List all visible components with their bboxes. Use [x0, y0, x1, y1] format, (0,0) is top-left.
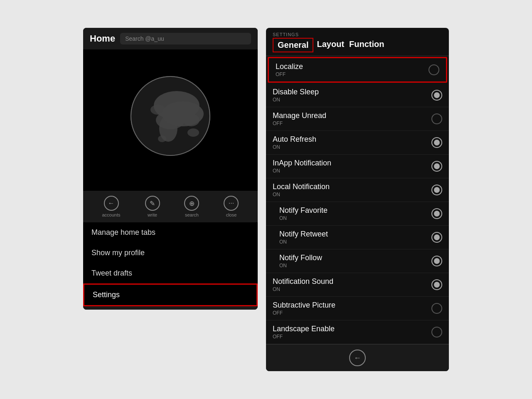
- settings-row-notification-sound[interactable]: Notification SoundON: [266, 273, 449, 297]
- radio-6[interactable]: [431, 208, 442, 219]
- nav-close[interactable]: ··· close: [224, 196, 239, 217]
- radio-10[interactable]: [431, 303, 442, 314]
- settings-row-notify-follow[interactable]: Notify FollowON: [266, 249, 449, 273]
- accounts-icon: ←: [104, 196, 119, 211]
- left-header: Home Search @a_uu: [83, 28, 258, 49]
- settings-row-landscape-enable[interactable]: Landscape EnableOFF: [266, 320, 449, 344]
- nav-search[interactable]: ⊕ search: [184, 196, 199, 217]
- setting-name-10: Subtractive Picture: [273, 301, 335, 310]
- home-title: Home: [90, 33, 115, 44]
- setting-status-11: OFF: [273, 334, 335, 340]
- menu-show-my-profile[interactable]: Show my profile: [83, 243, 258, 263]
- settings-row-disable-sleep[interactable]: Disable SleepON: [266, 84, 449, 107]
- setting-name-0: Localize: [276, 62, 303, 71]
- menu-tweet-drafts[interactable]: Tweet drafts: [83, 263, 258, 283]
- setting-status-3: ON: [273, 144, 316, 150]
- search-label: search: [185, 212, 199, 217]
- settings-row-auto-refresh[interactable]: Auto RefreshON: [266, 131, 449, 155]
- settings-row-inapp-notification[interactable]: InApp NotificationON: [266, 155, 449, 178]
- settings-row-local-notification[interactable]: Local NotificationON: [266, 178, 449, 202]
- tab-function[interactable]: Function: [349, 38, 389, 52]
- setting-name-5: Local Notification: [273, 182, 330, 191]
- write-label: write: [148, 212, 157, 217]
- nav-accounts[interactable]: ← accounts: [102, 196, 120, 217]
- tab-layout[interactable]: Layout: [317, 38, 349, 52]
- menu-manage-home-tabs[interactable]: Manage home tabs: [83, 222, 258, 243]
- settings-label: SETTINGS: [266, 28, 449, 38]
- settings-row-localize[interactable]: LocalizeOFF: [268, 57, 447, 83]
- write-icon: ✎: [145, 196, 160, 211]
- setting-status-5: ON: [273, 192, 330, 197]
- bottom-nav: ← accounts ✎ write ⊕ search ··· close Ma…: [83, 191, 258, 310]
- search-icon: ⊕: [184, 196, 199, 211]
- radio-7[interactable]: [431, 232, 442, 243]
- svg-point-5: [183, 114, 200, 126]
- setting-name-2: Manage Unread: [273, 111, 326, 120]
- setting-name-3: Auto Refresh: [273, 135, 316, 144]
- menu-items: Manage home tabs Show my profile Tweet d…: [83, 222, 258, 306]
- settings-tabs: General Layout Function: [266, 38, 449, 56]
- setting-status-4: ON: [273, 168, 331, 174]
- back-button[interactable]: ←: [349, 350, 366, 366]
- setting-status-9: ON: [273, 286, 333, 292]
- radio-5[interactable]: [431, 185, 442, 195]
- settings-row-subtractive-picture[interactable]: Subtractive PictureOFF: [266, 297, 449, 320]
- right-panel: SETTINGS General Layout Function Localiz…: [266, 28, 449, 371]
- setting-name-7: Notify Retweet: [279, 230, 328, 239]
- settings-row-notify-retweet[interactable]: Notify RetweetON: [266, 226, 449, 249]
- setting-name-1: Disable Sleep: [273, 88, 319, 96]
- globe-icon: [129, 74, 212, 158]
- radio-4[interactable]: [431, 161, 442, 172]
- setting-name-11: Landscape Enable: [273, 325, 335, 333]
- radio-8[interactable]: [431, 256, 442, 266]
- right-footer: ←: [266, 344, 449, 371]
- setting-status-2: OFF: [273, 121, 326, 126]
- setting-status-0: OFF: [276, 71, 303, 77]
- close-label: close: [226, 212, 237, 217]
- tab-general[interactable]: General: [273, 38, 313, 52]
- setting-status-6: ON: [279, 215, 328, 221]
- globe-area: [83, 49, 258, 191]
- setting-status-7: ON: [279, 239, 328, 245]
- accounts-label: accounts: [102, 212, 120, 217]
- close-icon: ···: [224, 196, 239, 211]
- radio-11[interactable]: [431, 327, 442, 337]
- search-bar[interactable]: Search @a_uu: [120, 33, 251, 44]
- nav-icons: ← accounts ✎ write ⊕ search ··· close: [83, 196, 258, 222]
- left-panel: Home Search @a_uu: [83, 28, 258, 310]
- radio-3[interactable]: [431, 137, 442, 148]
- setting-name-4: InApp Notification: [273, 159, 331, 167]
- settings-row-manage-unread[interactable]: Manage UnreadOFF: [266, 107, 449, 131]
- setting-name-8: Notify Follow: [279, 254, 322, 262]
- svg-point-8: [187, 128, 199, 137]
- setting-status-10: OFF: [273, 310, 335, 316]
- settings-row-notify-favorite[interactable]: Notify FavoriteON: [266, 202, 449, 226]
- radio-1[interactable]: [431, 90, 442, 101]
- settings-list: LocalizeOFFDisable SleepONManage UnreadO…: [266, 56, 449, 344]
- menu-settings[interactable]: Settings: [83, 283, 258, 306]
- radio-9[interactable]: [431, 279, 442, 290]
- setting-name-6: Notify Favorite: [279, 206, 328, 215]
- setting-status-8: ON: [279, 263, 322, 268]
- svg-point-9: [158, 135, 166, 142]
- radio-2[interactable]: [431, 113, 442, 124]
- nav-write[interactable]: ✎ write: [145, 196, 160, 217]
- setting-status-1: ON: [273, 97, 319, 103]
- svg-point-7: [150, 105, 165, 115]
- setting-name-9: Notification Sound: [273, 277, 333, 286]
- radio-0[interactable]: [429, 64, 439, 75]
